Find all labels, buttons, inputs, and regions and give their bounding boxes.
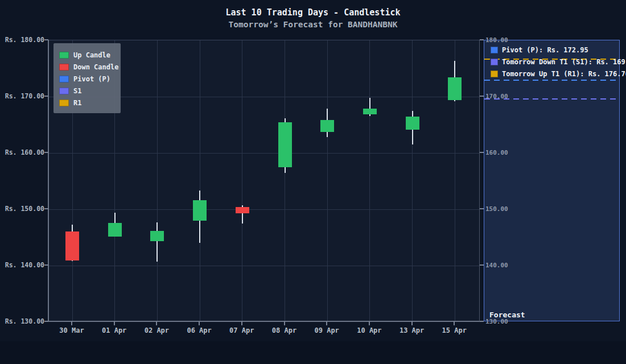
x-axis-tick xyxy=(369,321,370,325)
r1-forecast-row: Tomorrow Up T1 (R1): Rs. 176.70 xyxy=(491,69,626,78)
x-axis-label: 30 Mar xyxy=(50,326,93,334)
y-axis-label: Rs. 170.00 xyxy=(0,92,44,100)
panel-y-tick xyxy=(480,264,484,266)
right-spine xyxy=(479,40,480,321)
x-axis-label: 10 Apr xyxy=(348,326,391,334)
legend-item: Down Candle xyxy=(59,61,115,73)
gridline-y-150 xyxy=(49,209,479,210)
gridline-x-13-apr xyxy=(412,40,413,321)
pivot-forecast-value: Pivot (P): Rs. 172.95 xyxy=(502,46,588,54)
panel-y-tick xyxy=(480,96,484,97)
chart-page: Last 10 Trading Days - Candlestick Tomor… xyxy=(0,0,626,364)
candle-wick-02-apr xyxy=(156,222,158,262)
x-axis-label: 13 Apr xyxy=(390,326,434,334)
x-axis-tick xyxy=(454,321,455,325)
s1-swatch xyxy=(59,88,69,94)
x-axis-label: 07 Apr xyxy=(220,326,263,334)
y-axis-tick xyxy=(44,152,48,153)
y-axis-label: Rs. 140.00 xyxy=(0,261,44,269)
x-axis-label: 06 Apr xyxy=(178,326,221,334)
candle-08-apr xyxy=(278,122,292,167)
y-axis-tick xyxy=(44,208,48,209)
candle-01-apr xyxy=(108,223,122,237)
r1-swatch xyxy=(491,71,498,77)
y-axis-label: Rs. 150.00 xyxy=(0,205,44,213)
legend-item-label: Pivot (P) xyxy=(73,75,110,83)
candle-09-apr xyxy=(320,120,334,133)
gridline-x-02-apr xyxy=(157,40,158,321)
y-axis-tick xyxy=(44,264,48,266)
x-axis-tick xyxy=(199,321,200,325)
x-axis-label: 15 Apr xyxy=(433,326,476,334)
legend: Up Candle Down Candle Pivot (P) S1 R1 xyxy=(53,43,121,113)
panel-y-tick xyxy=(480,39,484,40)
x-axis-tick xyxy=(71,321,72,325)
y-axis-tick xyxy=(44,96,48,97)
candle-07-apr xyxy=(236,207,249,213)
legend-item: R1 xyxy=(59,97,115,109)
legend-item: Pivot (P) xyxy=(59,73,115,85)
legend-item: Up Candle xyxy=(59,49,115,61)
legend-item-label: R1 xyxy=(73,99,81,107)
page-subtitle: Tomorrow’s Forecast for BANDHANBNK xyxy=(0,20,626,29)
up-candle-swatch xyxy=(59,52,69,59)
candle-13-apr xyxy=(406,117,419,130)
page-title: Last 10 Trading Days - Candlestick xyxy=(0,7,626,18)
y-axis-label: Rs. 130.00 xyxy=(0,317,44,325)
panel-y-label: 170.00 xyxy=(485,93,508,100)
legend-item-label: Down Candle xyxy=(73,63,118,71)
x-axis-tick xyxy=(326,321,327,325)
y-axis-tick xyxy=(44,39,48,40)
panel-y-label: 160.00 xyxy=(485,149,508,156)
candle-10-apr xyxy=(363,109,377,114)
x-axis-tick xyxy=(284,321,285,325)
candle-30-mar xyxy=(65,231,79,260)
pivot-swatch xyxy=(59,76,69,82)
down-candle-swatch xyxy=(59,64,69,71)
panel-y-label: 180.00 xyxy=(485,36,508,44)
x-axis-tick xyxy=(241,321,242,325)
x-axis-tick xyxy=(156,321,157,325)
x-axis-tick xyxy=(114,321,115,325)
panel-y-label: 140.00 xyxy=(485,262,508,269)
x-axis-label: 09 Apr xyxy=(305,326,348,334)
x-axis-label: 02 Apr xyxy=(135,326,178,334)
gridline-y-140 xyxy=(49,266,479,266)
x-axis-spine xyxy=(48,321,480,322)
x-axis-label: 01 Apr xyxy=(93,326,136,334)
status-bar: Symbol: BANDHANBNK | Last Close: Rs. 173… xyxy=(0,341,626,364)
y-axis-label: Rs. 180.00 xyxy=(0,36,44,44)
pivot-swatch xyxy=(491,47,498,53)
y-axis-label: Rs. 160.00 xyxy=(0,148,44,156)
panel-y-tick xyxy=(480,208,484,209)
y-axis-tick xyxy=(44,321,48,322)
panel-y-label: 150.00 xyxy=(485,205,508,213)
s1-forecast-value: Tomorrow Down T1 (S1): Rs. 169.60 xyxy=(502,58,626,66)
forecast-line-pivot-p- xyxy=(484,80,619,81)
r1-forecast-value: Tomorrow Up T1 (R1): Rs. 176.70 xyxy=(502,70,626,78)
candle-02-apr xyxy=(150,231,164,242)
s1-forecast-row: Tomorrow Down T1 (S1): Rs. 169.60 xyxy=(491,57,626,67)
legend-item-label: Up Candle xyxy=(73,51,110,59)
legend-item: S1 xyxy=(59,85,115,97)
y-axis-spine xyxy=(48,40,49,322)
gridline-x-06-apr xyxy=(200,40,200,321)
candle-06-apr xyxy=(193,200,207,221)
forecast-caption: Forecast xyxy=(489,311,525,319)
gridline-x-10-apr xyxy=(369,40,370,321)
panel-y-tick xyxy=(480,321,484,322)
forecast-panel: Pivot (P): Rs. 172.95 Tomorrow Down T1 (… xyxy=(484,40,620,321)
gridline-x-07-apr xyxy=(242,40,242,321)
x-axis-tick xyxy=(411,321,413,325)
x-axis-label: 08 Apr xyxy=(263,326,306,334)
gridline-x-08-apr xyxy=(285,40,285,321)
gridline-x-09-apr xyxy=(327,40,328,321)
s1-swatch xyxy=(491,59,498,65)
candle-15-apr xyxy=(448,77,462,100)
gridline-y-160 xyxy=(49,153,479,154)
pivot-forecast-row: Pivot (P): Rs. 172.95 xyxy=(491,46,588,55)
r1-swatch xyxy=(59,100,69,106)
panel-y-tick xyxy=(480,152,484,153)
legend-item-label: S1 xyxy=(73,87,81,95)
